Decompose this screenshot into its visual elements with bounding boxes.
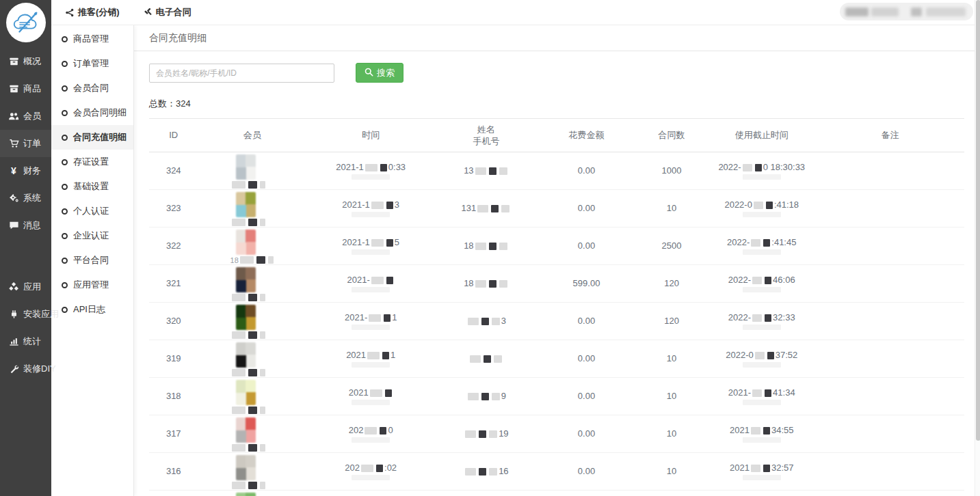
tab-tuike[interactable]: 推客(分销)	[65, 6, 120, 18]
redacted-block	[232, 407, 246, 414]
submenu-item-5[interactable]: 存证设置	[51, 150, 133, 174]
submenu-item-8[interactable]: 企业认证	[51, 223, 133, 248]
table-row: 319202110.00102022-037:52	[149, 340, 964, 377]
redacted-block	[501, 205, 509, 212]
sidebar-item-apps[interactable]: 应用	[0, 273, 51, 301]
sidebar-item-system[interactable]: 系统	[0, 184, 51, 212]
submenu-item-label: 订单管理	[73, 57, 109, 70]
sidebar-item-stats[interactable]: 统计	[0, 328, 51, 355]
member-avatar[interactable]	[236, 154, 256, 180]
cell-member	[198, 302, 307, 340]
records-table: ID会员时间姓名手机号花费金额合同数使用截止时间备注 3242021-10:33…	[149, 119, 964, 496]
cell-amount: 0.00	[537, 302, 635, 340]
overview-icon	[8, 56, 19, 67]
redacted-block	[489, 243, 496, 250]
sidebar-item-install[interactable]: 安装应用	[0, 301, 51, 328]
sidebar-item-orders[interactable]: 订单	[0, 130, 51, 157]
submenu-item-1[interactable]: 订单管理	[51, 51, 133, 76]
member-avatar[interactable]	[236, 192, 256, 217]
submenu-item-label: 会员合同	[73, 82, 109, 94]
submenu-item-11[interactable]: API日志	[51, 297, 133, 322]
redacted-block	[260, 482, 265, 489]
redacted-block	[499, 280, 507, 288]
sidebar-group-gap	[0, 239, 51, 273]
search-input[interactable]	[149, 64, 334, 83]
member-avatar[interactable]	[236, 417, 256, 443]
submenu-item-0[interactable]: 商品管理	[51, 27, 133, 51]
redacted-block	[743, 249, 781, 255]
sidebar-item-label: 商品	[23, 83, 41, 95]
cell-id: 322	[149, 227, 198, 264]
redacted-block	[260, 369, 265, 376]
column-header: 合同数	[636, 119, 708, 152]
submenu-item-label: 平台合同	[73, 254, 109, 266]
member-avatar[interactable]	[236, 267, 256, 292]
redacted-block	[743, 400, 781, 405]
sidebar-item-message[interactable]: 消息	[0, 212, 51, 239]
circle-icon	[62, 159, 68, 165]
member-avatar[interactable]	[236, 455, 256, 480]
app-logo[interactable]	[0, 0, 51, 44]
submenu-item-2[interactable]: 会员合同	[51, 76, 133, 100]
cell-deadline: 2022-46:06	[707, 264, 816, 302]
redacted-block	[755, 164, 762, 171]
column-header: 会员	[198, 119, 307, 152]
submenu-item-4[interactable]: 合同充值明细	[51, 125, 133, 150]
redacted-block	[470, 355, 481, 363]
redacted-block	[489, 468, 497, 476]
cell-time: 2021-	[306, 264, 435, 302]
member-avatar[interactable]	[236, 230, 256, 255]
submenu-item-10[interactable]: 应用管理	[51, 273, 133, 297]
sidebar-item-label: 消息	[23, 219, 41, 232]
cell-amount: 0.00	[537, 340, 635, 377]
submenu-item-3[interactable]: 会员合同明细	[51, 100, 133, 125]
sidebar-item-diy[interactable]: 装修DIY	[0, 355, 51, 383]
sidebar-item-finance[interactable]: ¥财务	[0, 157, 51, 184]
redacted-block	[386, 202, 393, 209]
redacted-block	[871, 8, 899, 16]
sidebar-item-label: 财务	[23, 165, 41, 177]
submenu-item-9[interactable]: 平台合同	[51, 248, 133, 273]
redacted-block	[499, 243, 507, 250]
redacted-block	[232, 482, 246, 489]
cell-member	[198, 264, 307, 302]
redacted-block	[755, 352, 765, 359]
redacted-block	[367, 352, 380, 359]
redacted-block	[468, 393, 479, 400]
member-avatar[interactable]	[236, 493, 256, 496]
submenu-item-6[interactable]: 基础设置	[51, 174, 133, 199]
cell-member	[198, 152, 307, 189]
redacted-block	[260, 294, 265, 301]
submenu-item-label: 商品管理	[73, 33, 109, 45]
circle-icon	[62, 307, 68, 313]
search-button[interactable]: 搜索	[356, 63, 403, 83]
sidebar-item-goods[interactable]: 商品	[0, 75, 51, 102]
member-avatar[interactable]	[236, 342, 256, 368]
member-avatar[interactable]	[236, 380, 256, 405]
member-nickname-redacted	[230, 444, 307, 452]
cell-amount: 599.00	[537, 264, 635, 302]
cell-amount: 0.00	[537, 152, 635, 189]
circle-icon	[62, 110, 68, 116]
cell-note	[816, 340, 964, 377]
redacted-block	[268, 256, 274, 264]
total-row: 总数：324	[149, 98, 964, 119]
cell-name-phone: 19	[435, 415, 537, 452]
content-inner: 搜索 总数：324 ID会员时间姓名手机号花费金额合同数使用截止时间备注 324…	[134, 51, 975, 496]
redacted-block	[475, 167, 486, 175]
tab-econtract[interactable]: 电子合同	[143, 6, 191, 18]
redacted-block	[232, 219, 246, 226]
scrollbar-thumb[interactable]	[976, 0, 980, 441]
user-account-redacted[interactable]	[840, 3, 973, 20]
sidebar-item-overview[interactable]: 概况	[0, 48, 51, 75]
sidebar-item-members[interactable]: 会员	[0, 102, 51, 130]
member-avatar[interactable]	[236, 305, 256, 330]
submenu-item-7[interactable]: 个人认证	[51, 199, 133, 223]
cell-id: 316	[149, 452, 198, 490]
vertical-scrollbar[interactable]	[975, 0, 980, 496]
redacted-block	[369, 314, 381, 322]
redacted-block	[352, 362, 390, 368]
member-nickname-redacted	[230, 294, 307, 302]
submenu-item-label: 基础设置	[73, 180, 109, 193]
table-row: 3242021-10:33130.0010002022-0 18:30:33	[149, 152, 964, 189]
